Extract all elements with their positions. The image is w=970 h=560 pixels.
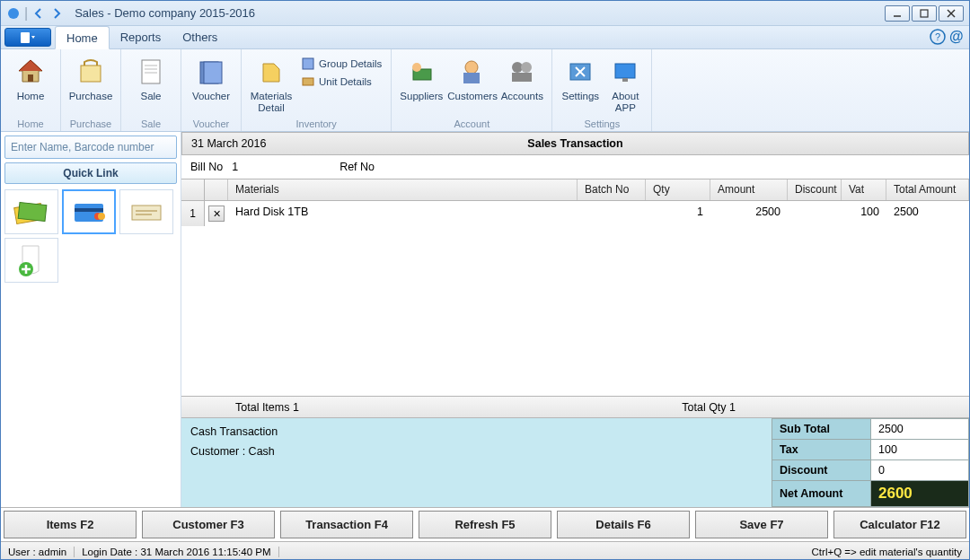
home-icon	[13, 55, 48, 89]
ribbon-label: Settings	[558, 89, 603, 102]
quicklink-cheque-icon[interactable]	[119, 189, 173, 234]
window-title: Sales - Demo company 2015-2016	[69, 6, 883, 20]
details-button[interactable]: Details F6	[557, 511, 690, 538]
transaction-date: 31 March 2016	[182, 137, 362, 150]
close-button[interactable]	[939, 5, 964, 22]
svg-rect-2	[921, 10, 928, 17]
ribbon-sale-button[interactable]: Sale	[127, 53, 175, 102]
bill-row: Bill No 1 Ref No	[181, 155, 969, 179]
search-input[interactable]: Enter Name, Barcode number	[4, 136, 177, 159]
ribbon-group-label: Inventory	[247, 118, 385, 131]
accounts-icon	[505, 55, 539, 89]
row-header-blank	[181, 179, 205, 200]
ribbon-label: Group Details	[319, 58, 382, 69]
svg-rect-10	[142, 60, 160, 83]
ribbon-voucher-button[interactable]: Voucher	[187, 53, 235, 102]
cell-batch[interactable]	[578, 201, 646, 226]
ribbon-customers-button[interactable]: Customers	[447, 53, 496, 102]
search-placeholder: Enter Name, Barcode number	[11, 141, 154, 153]
discount-label: Discount	[772, 460, 871, 481]
col-total[interactable]: Total Amount	[886, 179, 969, 200]
quicklink-add-icon[interactable]	[4, 238, 58, 283]
cell-material[interactable]: Hard Disk 1TB	[228, 201, 578, 226]
col-amount[interactable]: Amount	[710, 179, 788, 200]
cell-vat[interactable]: 100	[842, 201, 886, 226]
tax-value: 100	[871, 440, 969, 460]
ribbon: Home Home Purchase Purchase Sale Sale Vo…	[1, 49, 969, 132]
ribbon-suppliers-button[interactable]: Suppliers	[397, 53, 445, 102]
ribbon-group-label: Voucher	[187, 118, 235, 131]
settings-icon	[563, 55, 597, 89]
at-icon[interactable]: @	[949, 29, 966, 45]
total-qty: Total Qty 1	[682, 401, 969, 414]
title-bar: | Sales - Demo company 2015-2016	[1, 1, 969, 26]
net-value: 2600	[871, 481, 969, 507]
svg-rect-9	[81, 66, 101, 82]
col-discount[interactable]: Discount	[788, 179, 842, 200]
row-delete-button[interactable]: ✕	[208, 206, 225, 222]
ribbon-accounts-button[interactable]: Accounts	[498, 53, 546, 102]
ribbon-group-details-button[interactable]: Group Details	[297, 55, 385, 73]
ribbon-purchase-button[interactable]: Purchase	[66, 53, 115, 102]
svg-rect-21	[463, 73, 480, 83]
col-batch[interactable]: Batch No	[578, 179, 646, 200]
sale-icon	[134, 55, 168, 89]
main-pane: 31 March 2016 Sales Transaction Bill No …	[181, 132, 969, 507]
svg-rect-34	[132, 206, 161, 220]
svg-rect-31	[75, 208, 103, 212]
tab-reports[interactable]: Reports	[110, 26, 172, 48]
ribbon-group-label: Purchase	[66, 118, 115, 131]
status-user: User : admin	[1, 547, 75, 557]
items-button[interactable]: Items F2	[4, 511, 137, 538]
ribbon-label: Unit Details	[319, 76, 372, 87]
svg-rect-5	[21, 32, 30, 43]
col-del	[205, 179, 228, 200]
ribbon-home-button[interactable]: Home	[6, 53, 55, 102]
svg-text:?: ?	[935, 31, 940, 42]
col-vat[interactable]: Vat	[842, 179, 886, 200]
cell-amount[interactable]: 2500	[710, 201, 788, 226]
ribbon-about-button[interactable]: About APP	[604, 53, 646, 114]
subtotal-value: 2500	[871, 419, 969, 440]
bottom-bar: Items F2 Customer F3 Transaction F4 Refr…	[1, 507, 969, 541]
back-arrow-icon[interactable]	[31, 6, 46, 21]
svg-point-33	[98, 213, 105, 220]
transaction-header: 31 March 2016 Sales Transaction	[181, 132, 969, 155]
save-button[interactable]: Save F7	[695, 511, 828, 538]
ribbon-settings-button[interactable]: Settings	[558, 53, 603, 102]
file-menu-button[interactable]	[4, 28, 51, 47]
col-qty[interactable]: Qty	[646, 179, 710, 200]
ribbon-unit-details-button[interactable]: Unit Details	[297, 73, 385, 91]
calculator-button[interactable]: Calculator F12	[833, 511, 966, 538]
ref-no-label: Ref No	[331, 161, 375, 173]
ribbon-materials-detail-button[interactable]: Materials Detail	[247, 53, 295, 114]
forward-arrow-icon[interactable]	[49, 6, 64, 21]
cell-qty[interactable]: 1	[646, 201, 710, 226]
status-login-date: Login Date : 31 March 2016 11:15:40 PM	[75, 547, 278, 557]
cell-discount[interactable]	[788, 201, 842, 226]
tab-others[interactable]: Others	[172, 26, 228, 48]
subtotal-label: Sub Total	[772, 419, 871, 440]
materials-table: Materials Batch No Qty Amount Discount V…	[181, 179, 969, 396]
bill-no-label: Bill No	[181, 161, 223, 173]
col-materials[interactable]: Materials	[228, 179, 578, 200]
maximize-button[interactable]	[912, 5, 937, 22]
transaction-button[interactable]: Transaction F4	[280, 511, 413, 538]
refresh-button[interactable]: Refresh F5	[419, 511, 551, 538]
quicklink-card-icon[interactable]	[62, 189, 116, 234]
cell-total[interactable]: 2500	[886, 201, 969, 226]
ribbon-label: Purchase	[66, 89, 115, 102]
ribbon-label: About APP	[604, 89, 646, 114]
sidebar: Enter Name, Barcode number Quick Link	[1, 132, 181, 507]
menu-bar: Home Reports Others ? @	[1, 26, 969, 49]
ribbon-label: Sale	[127, 89, 175, 102]
tab-home[interactable]: Home	[55, 26, 110, 49]
customer-button[interactable]: Customer F3	[142, 511, 275, 538]
quicklink-cash-icon[interactable]	[4, 189, 58, 234]
svg-rect-15	[204, 62, 222, 83]
discount-value: 0	[871, 460, 969, 481]
minimize-button[interactable]	[885, 5, 910, 22]
help-icon[interactable]: ?	[930, 29, 946, 45]
table-row[interactable]: 1 ✕ Hard Disk 1TB 1 2500 100 2500	[181, 201, 969, 226]
ribbon-group-label: Sale	[127, 118, 175, 131]
